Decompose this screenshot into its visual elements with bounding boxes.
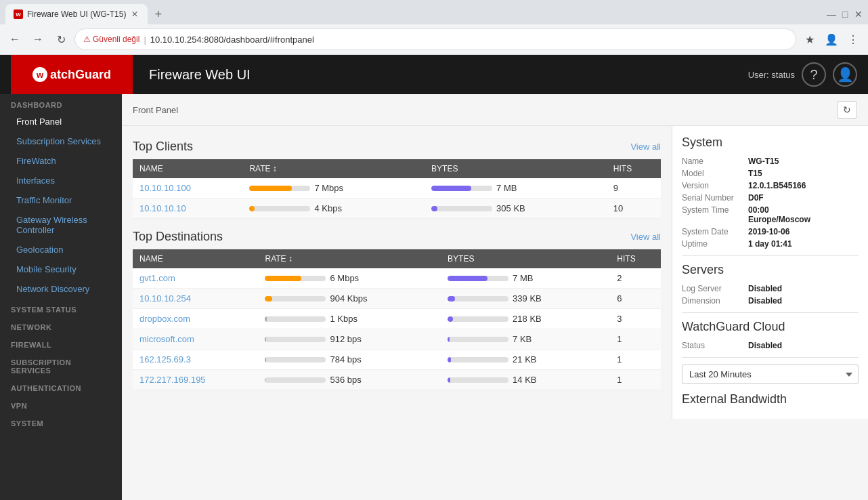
- time-filter-dropdown[interactable]: Last 20 Minutes Last Hour Last Day: [682, 364, 859, 384]
- dest-rate: 912 bps: [258, 329, 441, 350]
- system-uptime-row: Uptime 1 day 01:41: [682, 239, 859, 249]
- logo-w: w: [32, 67, 47, 82]
- sidebar-item-geolocation[interactable]: Geolocation: [0, 240, 122, 259]
- table-row: gvt1.com 6 Mbps 7 MB 2: [133, 268, 661, 289]
- sidebar: DASHBOARD Front Panel Subscription Servi…: [0, 94, 122, 500]
- dest-name[interactable]: 162.125.69.3: [133, 350, 258, 370]
- logo-text: atchGuard: [50, 68, 111, 82]
- dest-rate: 904 Kbps: [258, 289, 441, 309]
- security-warning: ⚠ Güvenli değil: [83, 35, 139, 44]
- top-clients-table: NAME RATE ↕ BYTES HITS 10.10.10.100 7 Mb…: [133, 159, 661, 219]
- address-separator: |: [144, 35, 146, 45]
- sidebar-item-firewatch[interactable]: FireWatch: [0, 151, 122, 171]
- main-content: Front Panel ↻ Top Clients View all NAME: [122, 94, 868, 500]
- sidebar-item-interfaces[interactable]: Interfaces: [0, 171, 122, 190]
- main-panels: Top Clients View all NAME RATE ↕ BYTES H…: [122, 126, 868, 419]
- client-rate: 4 Kbps: [242, 199, 425, 219]
- sidebar-item-subscription-services[interactable]: Subscription Services: [0, 131, 122, 151]
- servers-section-title: Servers: [682, 263, 859, 277]
- logo: w atchGuard: [32, 67, 111, 82]
- table-row: 10.10.10.254 904 Kbps 339 KB 6: [133, 289, 661, 309]
- browser-toolbar: ← → ↻ ⚠ Güvenli değil | 10.10.10.254:808…: [0, 24, 868, 54]
- dimension-value: Disabled: [748, 296, 782, 306]
- system-time-value: 00:00: [748, 205, 810, 215]
- user-profile-button[interactable]: 👤: [833, 62, 857, 87]
- reload-button[interactable]: ↻: [51, 30, 70, 49]
- tab-favicon: W: [14, 9, 23, 19]
- window-maximize-button[interactable]: □: [841, 10, 849, 18]
- address-bar[interactable]: ⚠ Güvenli değil | 10.10.10.254:8080/dash…: [74, 28, 796, 50]
- dest-name[interactable]: microsoft.com: [133, 329, 258, 350]
- window-close-button[interactable]: ✕: [854, 10, 863, 18]
- client-rate: 7 Mbps: [242, 178, 425, 199]
- sidebar-section-network: NETWORK: [0, 316, 122, 334]
- table-row: 10.10.10.100 7 Mbps 7 MB 9: [133, 178, 661, 199]
- log-server-row: Log Server Disabled: [682, 284, 859, 293]
- sidebar-section-vpn: VPN: [0, 395, 122, 413]
- col-rate-header: RATE ↕: [242, 159, 425, 178]
- bookmark-button[interactable]: ★: [800, 30, 819, 49]
- dest-hits: 1: [610, 350, 661, 370]
- toolbar-icons: ★ 👤 ⋮: [800, 30, 863, 49]
- sidebar-section-system: SYSTEM: [0, 413, 122, 430]
- app-header: w atchGuard Fireware Web UI User: status…: [0, 55, 868, 94]
- system-time-row: System Time 00:00 Europe/Moscow: [682, 205, 859, 224]
- refresh-button[interactable]: ↻: [837, 101, 857, 119]
- dimension-row: Dimension Disabled: [682, 296, 859, 306]
- wg-cloud-status-label: Status: [682, 341, 743, 350]
- table-row: microsoft.com 912 bps 7 KB 1: [133, 329, 661, 350]
- system-model-label: Model: [682, 169, 743, 178]
- system-section-title: System: [682, 136, 859, 150]
- sidebar-section-authentication: AUTHENTICATION: [0, 377, 122, 395]
- client-hits: 10: [607, 199, 661, 219]
- table-row: 172.217.169.195 536 bps 14 KB 1: [133, 370, 661, 390]
- app-container: w atchGuard Fireware Web UI User: status…: [0, 55, 868, 500]
- system-serial-row: Serial Number D0F: [682, 193, 859, 203]
- app-title: Fireware Web UI: [149, 67, 748, 83]
- forward-button[interactable]: →: [28, 30, 47, 49]
- profile-button[interactable]: 👤: [822, 30, 841, 49]
- sidebar-section-dashboard: DASHBOARD: [0, 94, 122, 112]
- back-button[interactable]: ←: [5, 30, 24, 49]
- sidebar-item-gateway-wireless[interactable]: Gateway Wireless Controller: [0, 210, 122, 240]
- col-name-header: NAME: [133, 159, 242, 178]
- client-bytes: 7 MB: [425, 178, 607, 199]
- client-name[interactable]: 10.10.10.100: [133, 178, 242, 199]
- client-hits: 9: [607, 178, 661, 199]
- system-version-row: Version 12.0.1.B545166: [682, 181, 859, 190]
- dest-col-rate-header: RATE ↕: [258, 249, 441, 268]
- tab-close-button[interactable]: ✕: [130, 8, 139, 20]
- dest-name[interactable]: 10.10.10.254: [133, 289, 258, 309]
- info-divider-2: [682, 312, 859, 313]
- new-tab-button[interactable]: +: [150, 6, 166, 23]
- client-name[interactable]: 10.10.10.10: [133, 199, 242, 219]
- sidebar-item-network-discovery[interactable]: Network Discovery: [0, 279, 122, 299]
- dimension-label: Dimension: [682, 296, 743, 306]
- dest-hits: 3: [610, 309, 661, 329]
- watchguard-cloud-title: WatchGuard Cloud: [682, 320, 859, 334]
- tab-title: Fireware Web UI (WG-T15): [27, 9, 126, 19]
- dest-name[interactable]: 172.217.169.195: [133, 370, 258, 390]
- browser-tab[interactable]: W Fireware Web UI (WG-T15) ✕: [5, 4, 148, 24]
- dest-hits: 1: [610, 329, 661, 350]
- top-destinations-view-all[interactable]: View all: [630, 232, 661, 242]
- sidebar-item-traffic-monitor[interactable]: Traffic Monitor: [0, 190, 122, 210]
- dest-name[interactable]: dropbox.com: [133, 309, 258, 329]
- dest-name[interactable]: gvt1.com: [133, 268, 258, 289]
- menu-button[interactable]: ⋮: [844, 30, 863, 49]
- top-clients-view-all[interactable]: View all: [630, 142, 661, 152]
- sidebar-item-mobile-security[interactable]: Mobile Security: [0, 259, 122, 279]
- sidebar-item-front-panel[interactable]: Front Panel: [0, 112, 122, 131]
- system-model-value: T15: [748, 169, 762, 178]
- window-controls: — □ ✕: [827, 10, 863, 18]
- wg-cloud-status-row: Status Disabled: [682, 341, 859, 350]
- log-server-label: Log Server: [682, 284, 743, 293]
- col-bytes-header: BYTES: [425, 159, 607, 178]
- top-clients-title: Top Clients: [133, 140, 193, 154]
- window-minimize-button[interactable]: —: [827, 10, 836, 18]
- table-row: 10.10.10.10 4 Kbps 305 KB 10: [133, 199, 661, 219]
- client-bytes: 305 KB: [425, 199, 607, 219]
- sidebar-section-firewall: FIREWALL: [0, 334, 122, 352]
- help-button[interactable]: ?: [802, 62, 826, 87]
- info-divider-3: [682, 357, 859, 358]
